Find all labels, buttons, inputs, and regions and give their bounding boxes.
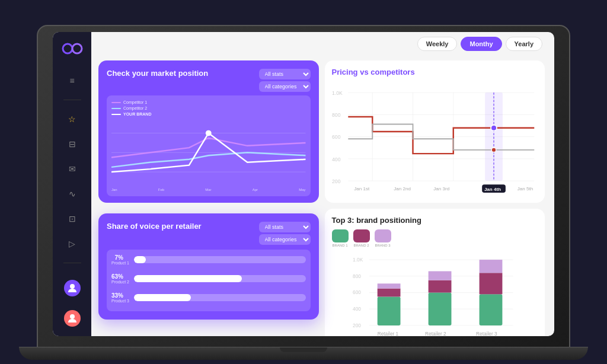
svg-point-0: [63, 44, 72, 53]
market-chart-labels: JanFebMarAprMay: [111, 188, 306, 191]
sov-product-2: 63% Product 2: [111, 273, 306, 284]
legend-competitor2: Competitor 2: [111, 106, 306, 110]
weekly-button[interactable]: Weekly: [417, 37, 458, 51]
brand-chip-2: BRAND 2: [353, 229, 370, 247]
mail-icon[interactable]: ✉: [64, 161, 81, 177]
brand-card-title: Top 3: brand positioning: [332, 216, 538, 225]
svg-text:400: 400: [332, 156, 341, 162]
svg-text:1.0K: 1.0K: [353, 256, 363, 262]
laptop-notch: [280, 347, 327, 352]
sov-product-3: 33% Product 3: [111, 292, 306, 303]
sidebar-divider-2: [63, 263, 81, 263]
monthly-button[interactable]: Monthy: [461, 37, 501, 51]
bookmark-icon[interactable]: ⊟: [64, 136, 81, 152]
brand-chips: BRAND 1 BRAND 2 BRAND 3: [332, 229, 538, 247]
card-pricing: Pricing vs competitors 1.0K 800 600 400 …: [325, 60, 545, 203]
svg-rect-43: [377, 288, 400, 296]
avatar-2[interactable]: [64, 310, 81, 327]
main-area: Weekly Monthy Yearly Check your market p…: [91, 32, 554, 336]
laptop-wrapper: ≡ ☆ ⊟ ✉ ∿ ⊡ ▷: [37, 16, 570, 348]
svg-text:Jan 1st: Jan 1st: [354, 186, 370, 191]
svg-text:400: 400: [353, 306, 361, 312]
svg-text:Jan 2nd: Jan 2nd: [394, 186, 411, 191]
legend-competitor1: Competitor 1: [111, 100, 306, 104]
market-chart-area: Competitor 1 Competitor 2 YOUR BRAND: [107, 95, 311, 196]
brand-chip-1: BRAND 1: [332, 229, 349, 247]
svg-text:200: 200: [353, 322, 361, 328]
sidebar-divider-1: [63, 100, 81, 100]
svg-point-1: [72, 44, 82, 53]
sov-filter-categories[interactable]: All categories: [259, 234, 311, 245]
svg-text:800: 800: [353, 273, 361, 279]
market-chart-svg: [111, 119, 306, 187]
market-filter-categories[interactable]: All categories: [259, 81, 311, 92]
sidebar: ≡ ☆ ⊟ ✉ ∿ ⊡ ▷: [53, 32, 91, 336]
app-logo: [62, 41, 83, 58]
svg-text:Jan 4th: Jan 4th: [484, 187, 500, 192]
pricing-card-title: Pricing vs competitors: [332, 68, 538, 78]
svg-text:Jan 3rd: Jan 3rd: [433, 186, 449, 191]
svg-point-25: [491, 148, 496, 152]
screen-content: ≡ ☆ ⊟ ✉ ∿ ⊡ ▷: [53, 32, 554, 336]
svg-rect-42: [377, 296, 400, 325]
legend-yourbrand: YOUR BRAND: [111, 112, 306, 116]
laptop-base: [19, 347, 588, 360]
pricing-chart-svg: 1.0K 800 600 400 200: [332, 82, 538, 196]
sov-products-container: 7% Product 1: [107, 250, 311, 311]
svg-text:600: 600: [353, 289, 361, 295]
brand-chart-svg: 1.0K 800 600 400 200: [332, 253, 538, 337]
sov-card-title: Share of voice per retailer: [107, 222, 202, 232]
grid-icon[interactable]: ⊡: [64, 210, 81, 227]
svg-point-3: [70, 314, 75, 319]
yearly-button[interactable]: Yearly: [506, 37, 542, 51]
svg-rect-50: [479, 260, 502, 273]
laptop-body: ≡ ☆ ⊟ ✉ ∿ ⊡ ▷: [37, 25, 570, 348]
card-sov: Share of voice per retailer All stats Al…: [98, 213, 319, 320]
svg-rect-48: [479, 294, 502, 325]
avatar-1[interactable]: [64, 280, 81, 296]
star-icon[interactable]: ☆: [64, 111, 81, 127]
svg-text:Retailer 3: Retailer 3: [476, 330, 497, 336]
sov-product-1: 7% Product 1: [111, 254, 306, 265]
brand-chip-3: BRAND 3: [375, 229, 391, 247]
market-chart-legend: Competitor 1 Competitor 2 YOUR BRAND: [111, 100, 306, 116]
svg-text:Jan 5th: Jan 5th: [517, 186, 532, 191]
menu-icon[interactable]: ≡: [64, 72, 81, 89]
dashboard-grid: Check your market position All stats All…: [91, 53, 554, 336]
svg-rect-45: [428, 292, 451, 325]
svg-point-2: [70, 284, 75, 289]
svg-rect-49: [479, 273, 502, 294]
svg-text:1.0K: 1.0K: [332, 90, 343, 96]
svg-point-7: [206, 130, 212, 136]
svg-text:Retailer 1: Retailer 1: [377, 330, 398, 336]
chart-icon[interactable]: ∿: [64, 186, 81, 202]
svg-rect-44: [377, 283, 400, 288]
svg-text:Retailer 2: Retailer 2: [425, 330, 446, 336]
market-filter-stats[interactable]: All stats: [259, 69, 311, 79]
card-brand-positioning: Top 3: brand positioning BRAND 1 BRAND 2: [325, 209, 545, 337]
svg-rect-46: [428, 280, 451, 292]
svg-text:200: 200: [332, 178, 341, 184]
svg-text:600: 600: [332, 134, 341, 140]
svg-point-24: [491, 125, 497, 131]
svg-text:800: 800: [332, 112, 341, 118]
svg-rect-47: [428, 271, 451, 280]
time-filter-bar: Weekly Monthy Yearly: [417, 37, 542, 51]
sov-filter-stats[interactable]: All stats: [259, 222, 311, 232]
screen-bezel: ≡ ☆ ⊟ ✉ ∿ ⊡ ▷: [53, 32, 554, 336]
market-card-title: Check your market position: [107, 69, 208, 79]
play-icon[interactable]: ▷: [64, 235, 81, 252]
card-market-position: Check your market position All stats All…: [98, 60, 319, 203]
